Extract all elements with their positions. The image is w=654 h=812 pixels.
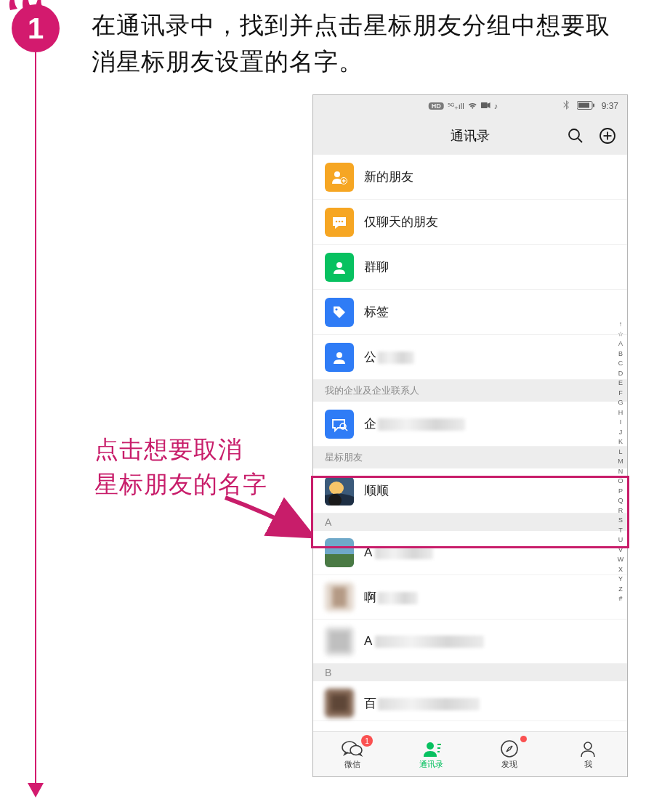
wechat-icon (342, 739, 363, 758)
callout-arrow (222, 494, 323, 552)
tab-label: 我 (584, 759, 592, 770)
row-starred-contact-shunshun[interactable]: 顺顺 (313, 468, 627, 513)
index-letter[interactable]: V (618, 546, 623, 553)
row-contact-a1[interactable]: A (313, 531, 627, 575)
svg-point-22 (329, 482, 344, 495)
row-new-friends[interactable]: 新的朋友 (313, 155, 627, 200)
svg-point-34 (427, 742, 434, 750)
index-letter[interactable]: Q (618, 497, 623, 504)
index-letter[interactable]: ☆ (618, 330, 623, 338)
avatar (325, 582, 354, 612)
row-contact-a3[interactable]: A (313, 620, 627, 664)
svg-line-20 (345, 429, 347, 431)
svg-rect-29 (329, 631, 350, 651)
tab-label: 发现 (501, 759, 517, 770)
header-actions (566, 126, 617, 145)
svg-line-5 (578, 139, 583, 143)
index-letter[interactable]: Z (618, 585, 623, 593)
row-label: 顺顺 (364, 482, 389, 499)
camera-icon (481, 102, 490, 110)
index-letter[interactable]: R (618, 507, 623, 514)
row-chat-only[interactable]: 仅聊天的朋友 (313, 200, 627, 245)
row-enterprise-contact[interactable]: 企 (313, 402, 627, 447)
index-letter[interactable]: # (618, 595, 622, 602)
tab-contacts[interactable]: 通讯录 (392, 732, 470, 776)
callout-line1: 点击想要取消 (94, 432, 312, 467)
index-letter[interactable]: F (618, 389, 623, 397)
avatar (325, 689, 354, 718)
index-letter[interactable]: P (618, 487, 623, 495)
svg-point-38 (501, 741, 517, 757)
svg-point-15 (342, 220, 344, 222)
contacts-icon (420, 739, 442, 758)
svg-rect-31 (331, 694, 348, 712)
index-letter[interactable]: W (618, 556, 624, 563)
section-starred: 星标朋友 (313, 447, 627, 468)
avatar (325, 627, 354, 656)
svg-point-4 (569, 129, 579, 139)
row-label: A (364, 545, 433, 560)
index-letter[interactable]: I (620, 418, 622, 426)
index-letter[interactable]: ↑ (619, 320, 623, 328)
index-letter[interactable]: A (618, 340, 623, 347)
tab-bar: 微信 1 通讯录 发现 我 (313, 731, 627, 776)
row-official-accounts[interactable]: 公 (313, 335, 627, 380)
enterprise-icon (325, 410, 354, 439)
index-letter[interactable]: G (618, 399, 623, 406)
index-letter[interactable]: M (618, 458, 623, 465)
index-letter[interactable]: O (618, 477, 623, 484)
index-letter[interactable]: X (618, 566, 623, 573)
bluetooth-icon (563, 100, 570, 112)
header: 通讯录 (313, 117, 627, 155)
new-friends-icon (325, 163, 354, 192)
index-letter[interactable]: E (618, 379, 623, 386)
row-group-chat[interactable]: 群聊 (313, 245, 627, 290)
group-chat-icon (325, 253, 354, 282)
index-letter[interactable]: U (618, 536, 623, 543)
tab-me[interactable]: 我 (549, 732, 627, 776)
svg-rect-3 (593, 103, 594, 107)
avatar (325, 476, 354, 506)
search-icon[interactable] (566, 126, 585, 145)
tab-wechat[interactable]: 微信 1 (313, 732, 392, 776)
add-icon[interactable] (598, 126, 617, 145)
row-tags[interactable]: 标签 (313, 290, 627, 335)
discover-icon (498, 739, 520, 758)
index-letter[interactable]: B (618, 350, 623, 357)
row-label: 公 (364, 349, 414, 365)
index-letter[interactable]: C (618, 360, 623, 367)
contacts-list: 新的朋友 仅聊天的朋友 群聊 标签 公 我的企业及企业联系人 (313, 155, 627, 731)
phone-screen: HD ⁵ᴳ₊ıll ♪ 9:37 通讯录 (312, 94, 628, 777)
svg-point-17 (335, 308, 337, 310)
index-letter[interactable]: Y (618, 575, 623, 582)
row-label: 百 (364, 695, 480, 712)
row-contact-b1[interactable]: 百 (313, 681, 627, 721)
svg-rect-27 (332, 587, 347, 607)
tab-label: 通讯录 (419, 759, 443, 770)
svg-point-18 (336, 352, 342, 358)
index-letter[interactable]: T (618, 527, 623, 534)
index-letter[interactable]: J (619, 429, 623, 436)
index-letter[interactable]: L (618, 448, 622, 455)
step-connector-line (35, 52, 36, 786)
section-b: B (313, 664, 627, 681)
svg-point-16 (336, 262, 342, 268)
svg-rect-0 (481, 102, 488, 108)
index-letter[interactable]: K (618, 438, 623, 445)
status-bar: HD ⁵ᴳ₊ıll ♪ 9:37 (313, 95, 627, 117)
svg-rect-25 (325, 554, 354, 567)
section-a: A (313, 513, 627, 531)
row-contact-a2[interactable]: 啊 (313, 575, 627, 620)
step-number: 1 (28, 12, 44, 45)
alpha-index-strip[interactable]: ↑☆ABCDEFGHIJKLMNOPQRSTUVWXYZ# (616, 320, 625, 602)
index-letter[interactable]: H (618, 409, 623, 416)
row-label: 企 (364, 415, 465, 432)
svg-rect-2 (578, 102, 589, 107)
svg-point-39 (584, 742, 592, 750)
tab-discover[interactable]: 发现 (470, 732, 549, 776)
tags-icon (325, 298, 354, 327)
index-letter[interactable]: S (618, 516, 623, 524)
index-letter[interactable]: D (618, 370, 623, 377)
index-letter[interactable]: N (618, 468, 623, 475)
status-time: 9:37 (602, 101, 618, 111)
